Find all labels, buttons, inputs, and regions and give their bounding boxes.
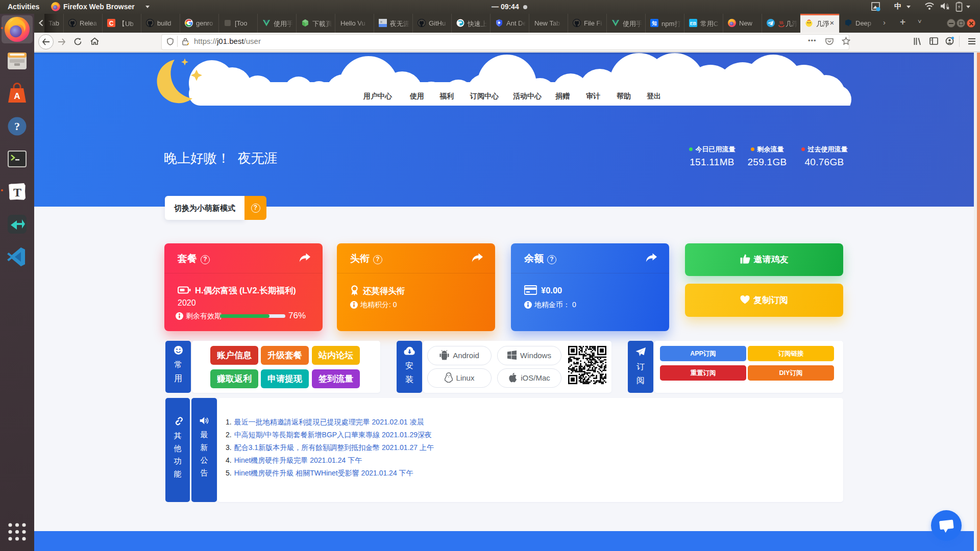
svg-text:?: ?	[14, 120, 20, 133]
svg-text:知: 知	[651, 20, 657, 26]
svg-text:T: T	[13, 186, 21, 199]
svg-text:EB: EB	[690, 21, 697, 26]
svg-text:A: A	[14, 91, 20, 101]
svg-text:C: C	[109, 20, 114, 27]
